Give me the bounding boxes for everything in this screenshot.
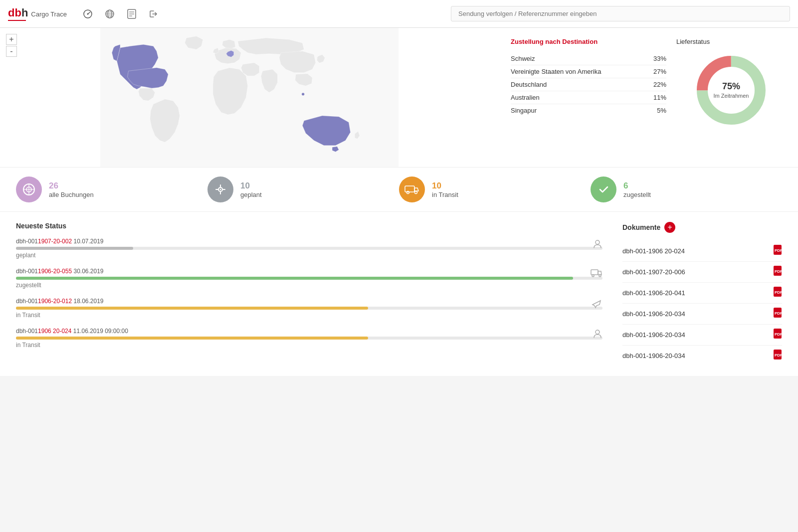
status-bar-row [16, 337, 602, 340]
status-bar-row [16, 247, 602, 250]
svg-point-23 [415, 191, 417, 194]
all-bookings-icon [16, 177, 42, 202]
dest-country: Australien [511, 94, 540, 101]
stat-all-bookings-count: 26 [49, 181, 94, 191]
dest-country: Singapur [511, 107, 537, 114]
stat-all-bookings: 26 alle Buchungen [16, 177, 207, 202]
dest-pct: 11% [653, 94, 666, 101]
doc-item: dbh-001-1906-20-034 PDF [622, 325, 782, 346]
status-id: dbh-0011906 20-024 11.06.2019 09:00:00 [16, 328, 128, 335]
delivered-icon [591, 177, 616, 202]
pdf-icon[interactable]: PDF [773, 286, 782, 300]
logo-text: dbh [8, 6, 28, 19]
svg-text:PDF: PDF [775, 353, 782, 357]
destination-title: Zustellung nach Destination [511, 38, 666, 45]
status-sub: zugestellt [16, 282, 602, 289]
doc-item: dbh-001-1906-20-041 PDF [622, 283, 782, 304]
svg-rect-21 [405, 186, 414, 192]
stat-planned-label: geplant [240, 191, 262, 198]
status-section-title: Neueste Status [16, 222, 602, 230]
svg-point-1 [87, 13, 88, 14]
doc-item: dbh-001-1907-20-006 PDF [622, 262, 782, 283]
pdf-icon[interactable]: PDF [773, 307, 782, 321]
svg-point-22 [407, 191, 409, 194]
stat-all-bookings-info: 26 alle Buchungen [49, 181, 94, 198]
pdf-icon[interactable]: PDF [773, 328, 782, 342]
document-icon[interactable] [123, 5, 141, 23]
docs-add-button[interactable]: + [664, 222, 675, 233]
svg-text:PDF: PDF [775, 269, 782, 274]
stat-transit-info: 10 in Transit [432, 181, 458, 198]
header: dbh Cargo Trace [0, 0, 798, 28]
status-bar-row [16, 307, 602, 310]
destination-row: Singapur5% [511, 104, 666, 117]
destination-highlight: Destination [562, 38, 598, 45]
stat-transit-label: in Transit [432, 191, 458, 198]
svg-point-27 [599, 275, 601, 277]
docs-header: Dokumente + [622, 222, 782, 233]
destination-row: Vereinigte Staaten von Amerika27% [511, 65, 666, 78]
stat-planned-count: 10 [240, 181, 262, 191]
world-map [0, 28, 499, 167]
map-section: + - [0, 28, 798, 168]
status-sub: geplant [16, 252, 602, 259]
destination-rows: Schweiz33%Vereinigte Staaten von Amerika… [511, 52, 666, 117]
donut-label: 75% Im Zeitrahmen [714, 81, 749, 99]
svg-text:PDF: PDF [775, 311, 782, 316]
stat-transit: 10 in Transit [399, 177, 591, 202]
status-id: dbh-0011906-20-055 30.06.2019 [16, 268, 104, 275]
doc-items: dbh-001-1906 20-024 PDF dbh-001-1907-20-… [622, 241, 782, 366]
planned-icon [207, 177, 233, 202]
stats-row: 26 alle Buchungen 10 geplant [0, 168, 798, 212]
status-header: dbh-0011906-20-055 30.06.2019 [16, 268, 602, 275]
destination-table: Zustellung nach Destination Schweiz33%Ve… [511, 38, 666, 157]
dest-pct: 27% [653, 68, 666, 75]
destination-row: Deutschland22% [511, 78, 666, 91]
pdf-icon[interactable]: PDF [773, 244, 782, 258]
destination-row: Schweiz33% [511, 52, 666, 65]
dest-country: Schweiz [511, 55, 535, 62]
dest-pct: 5% [657, 107, 666, 114]
status-id: dbh-0011907-20-002 10.07.2019 [16, 238, 104, 245]
status-item: dbh-0011906 20-024 11.06.2019 09:00:00 i… [16, 328, 602, 349]
donut-text: Im Zeitrahmen [714, 93, 749, 99]
status-header: dbh-0011907-20-002 10.07.2019 [16, 238, 602, 245]
svg-point-28 [596, 330, 599, 334]
status-bar-row [16, 277, 602, 280]
docs-title: Dokumente [622, 223, 660, 231]
globe-icon[interactable] [101, 5, 119, 23]
status-header: dbh-0011906 20-024 11.06.2019 09:00:00 [16, 328, 602, 335]
stat-all-bookings-label: alle Buchungen [49, 191, 94, 198]
map-controls: + - [6, 34, 17, 57]
doc-name: dbh-001-1906-20-041 [622, 289, 685, 297]
pdf-icon[interactable]: PDF [773, 265, 782, 279]
documents-panel: Dokumente + dbh-001-1906 20-024 PDF dbh-… [622, 222, 782, 366]
doc-name: dbh-001-1906-20-034 [622, 310, 685, 318]
status-list: Neueste Status dbh-0011907-20-002 10.07.… [16, 222, 602, 366]
lieferstatus-panel: Lieferstatus 75% Im Zeitrahmen [676, 38, 786, 157]
doc-name: dbh-001-1906-20-034 [622, 331, 685, 339]
destination-row: Australien11% [511, 91, 666, 104]
pdf-icon[interactable]: PDF [773, 349, 782, 362]
dashboard-icon[interactable] [79, 5, 97, 23]
svg-text:PDF: PDF [775, 332, 782, 337]
status-id: dbh-0011906-20-012 18.06.2019 [16, 298, 104, 305]
svg-point-26 [592, 275, 594, 277]
zoom-out-button[interactable]: - [6, 46, 17, 57]
zoom-in-button[interactable]: + [6, 34, 17, 45]
status-item: dbh-0011906-20-012 18.06.2019 in Transit [16, 298, 602, 319]
logout-icon[interactable] [145, 5, 163, 23]
search-input[interactable] [451, 6, 790, 21]
svg-point-20 [220, 189, 221, 190]
doc-item: dbh-001-1906 20-024 PDF [622, 241, 782, 262]
status-icon [591, 269, 602, 280]
status-bar-container [16, 247, 602, 250]
status-bar [16, 337, 368, 340]
donut-pct: 75% [714, 81, 749, 92]
status-item: dbh-0011906-20-055 30.06.2019 zugestellt [16, 268, 602, 289]
donut-chart: 75% Im Zeitrahmen [691, 50, 771, 130]
map-container: + - [0, 28, 499, 167]
stat-planned: 10 geplant [207, 177, 399, 202]
doc-name: dbh-001-1906-20-034 [622, 352, 685, 359]
doc-name: dbh-001-1907-20-006 [622, 268, 685, 276]
